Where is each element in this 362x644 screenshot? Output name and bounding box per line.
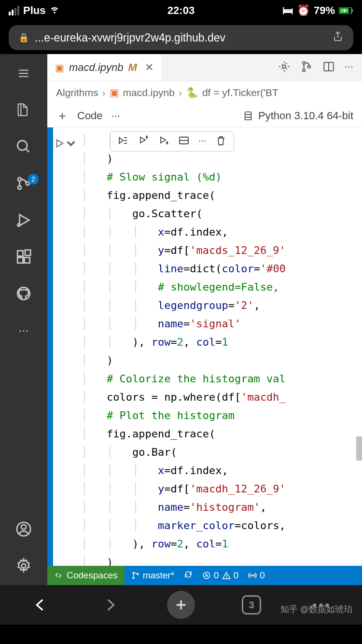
scrollbar-thumb[interactable]	[356, 436, 362, 461]
add-code-button[interactable]: Code	[77, 110, 103, 122]
chevron-down-icon[interactable]	[66, 138, 76, 149]
wifi-icon	[49, 4, 60, 17]
cell-indicator	[47, 127, 53, 566]
battery-icon	[339, 4, 353, 17]
explorer-icon[interactable]	[14, 100, 33, 120]
extensions-icon[interactable]	[14, 247, 33, 266]
plus-icon[interactable]: ＋	[56, 107, 69, 124]
broadcast-icon	[248, 571, 257, 580]
kernel-label: Python 3.10.4 64-bit	[258, 110, 353, 122]
cell-run-area	[53, 127, 77, 566]
svg-marker-35	[140, 137, 145, 143]
tab-modified-marker: M	[128, 61, 137, 74]
svg-marker-36	[161, 137, 166, 143]
svg-point-46	[226, 577, 226, 578]
more-icon[interactable]: ···	[14, 321, 33, 340]
problems-button[interactable]: 0 0	[202, 570, 238, 581]
signal-icon	[9, 6, 19, 15]
ios-status-bar: Plus 22:03 🛏 ⏰ 79%	[0, 0, 362, 21]
account-icon[interactable]	[14, 519, 33, 539]
svg-point-9	[18, 186, 21, 189]
scm-badge: 2	[28, 174, 39, 184]
codespaces-button[interactable]: Codespaces	[47, 566, 125, 585]
settings-icon[interactable]	[14, 556, 33, 575]
breadcrumb-folder[interactable]: Algrithms	[56, 87, 98, 98]
code-content[interactable]: │ │ ), row=2, col=1│ )│ # Slow signal (%…	[77, 127, 362, 566]
notebook-icon: ▣	[110, 87, 119, 98]
alarm-icon: ⏰	[297, 4, 310, 17]
split-cell-icon[interactable]	[178, 135, 190, 148]
sync-button[interactable]	[184, 570, 193, 581]
vscode-window: 2 ··· ▣ macd.ipynb M ✕ ··· Algrit	[0, 54, 362, 585]
execute-above-icon[interactable]	[138, 135, 149, 148]
warnings-count: 0	[234, 570, 239, 581]
tab-actions: ···	[269, 60, 362, 75]
breadcrumb-file[interactable]: macd.ipynb	[123, 87, 175, 98]
breadcrumb-symbol[interactable]: df = yf.Ticker('BT	[202, 87, 278, 98]
svg-point-19	[21, 525, 26, 530]
svg-point-39	[133, 572, 134, 574]
battery-label: 79%	[314, 4, 335, 17]
editor-area: ▣ macd.ipynb M ✕ ··· Algrithms › ▣ macd.…	[47, 54, 362, 585]
run-cell-icon[interactable]	[54, 138, 65, 149]
menu-icon[interactable]	[14, 64, 33, 83]
svg-marker-30	[57, 140, 63, 147]
svg-point-20	[22, 564, 26, 568]
more-tab-icon[interactable]: ···	[345, 60, 353, 75]
execute-below-icon[interactable]	[158, 135, 169, 148]
tab-filename: macd.ipynb	[69, 61, 124, 74]
svg-rect-15	[24, 257, 29, 263]
github-icon[interactable]	[14, 284, 33, 303]
compare-icon[interactable]	[300, 60, 313, 75]
sync-icon	[184, 570, 193, 579]
forward-button[interactable]	[96, 590, 125, 619]
python-icon: 🐍	[186, 87, 198, 98]
ports-count: 0	[260, 570, 265, 581]
ports-button[interactable]: 0	[248, 570, 265, 581]
split-icon[interactable]	[322, 60, 335, 75]
branch-button[interactable]: master*	[131, 570, 174, 581]
svg-point-24	[307, 65, 310, 68]
svg-point-22	[303, 61, 305, 64]
share-icon[interactable]	[332, 30, 344, 45]
svg-rect-2	[352, 9, 353, 12]
search-icon[interactable]	[14, 137, 33, 156]
server-icon	[243, 111, 253, 121]
more-toolbar-icon[interactable]: ···	[111, 110, 120, 122]
run-debug-icon[interactable]	[14, 210, 33, 230]
watermark: 知乎 @数据如琥珀	[280, 603, 352, 615]
branch-label: master*	[143, 570, 174, 581]
tabs-button[interactable]: 3	[237, 590, 266, 619]
gear-icon[interactable]	[278, 60, 291, 75]
errors-count: 0	[214, 570, 219, 581]
close-icon[interactable]: ✕	[145, 61, 153, 74]
code-editor[interactable]: │ │ ), row=2, col=1│ )│ # Slow signal (%…	[47, 127, 362, 566]
svg-marker-11	[20, 215, 29, 226]
svg-marker-31	[119, 138, 123, 143]
svg-point-47	[252, 575, 253, 576]
new-tab-button[interactable]	[167, 590, 195, 619]
svg-point-23	[303, 69, 305, 71]
svg-line-7	[26, 149, 29, 152]
chevron-icon: ›	[102, 87, 106, 98]
svg-rect-16	[25, 250, 30, 255]
focus-icon: 🛏	[282, 4, 293, 17]
branch-icon	[131, 571, 140, 580]
clock-label: 22:03	[124, 4, 238, 17]
run-by-line-icon[interactable]	[117, 135, 129, 148]
svg-point-40	[133, 577, 134, 579]
delete-cell-icon[interactable]	[215, 135, 227, 148]
back-button[interactable]	[26, 590, 55, 619]
notebook-toolbar: ＋ Code ··· Python 3.10.4 64-bit	[47, 104, 362, 127]
tab-macd[interactable]: ▣ macd.ipynb M ✕	[47, 54, 161, 81]
carrier-label: Plus	[23, 4, 45, 17]
more-cell-icon[interactable]: ···	[198, 135, 207, 148]
url-field[interactable]: 🔒 ...e-eureka-xvwrj9rjpvr2w4p.github.dev	[9, 25, 353, 50]
browser-address-bar: 🔒 ...e-eureka-xvwrj9rjpvr2w4p.github.dev	[0, 21, 362, 54]
breadcrumb[interactable]: Algrithms › ▣ macd.ipynb › 🐍 df = yf.Tic…	[47, 81, 362, 104]
warning-icon	[222, 571, 231, 580]
tab-bar: ▣ macd.ipynb M ✕ ···	[47, 54, 362, 81]
kernel-selector[interactable]: Python 3.10.4 64-bit	[243, 110, 353, 122]
chevron-icon: ›	[179, 87, 182, 98]
svg-point-8	[18, 178, 21, 181]
